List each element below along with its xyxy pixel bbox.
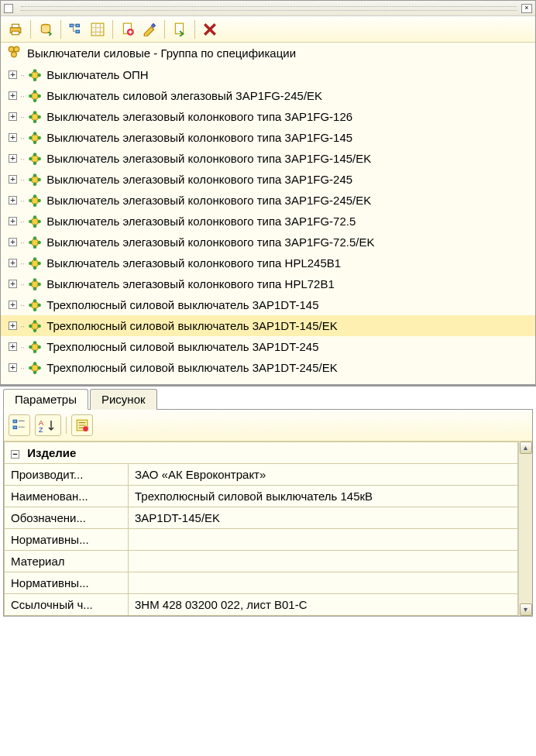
cylinder-refresh-icon <box>39 22 53 36</box>
property-value[interactable]: 3AP1DT-145/EK <box>129 507 518 529</box>
svg-point-73 <box>33 299 37 303</box>
expand-icon[interactable]: + <box>9 196 17 204</box>
toolbar-grid-button[interactable] <box>88 19 108 40</box>
svg-point-64 <box>33 266 37 270</box>
component-icon <box>28 89 42 103</box>
prop-categorized-button[interactable] <box>9 414 30 436</box>
toolbar-add-page-button[interactable] <box>118 19 138 40</box>
tree-item[interactable]: +··Трехполюсный силовой выключатель 3AP1… <box>1 336 535 357</box>
tree-item[interactable]: +··Выключатель элегазовый колонкового ти… <box>1 169 535 190</box>
expand-icon[interactable]: + <box>9 238 17 246</box>
svg-point-12 <box>9 46 14 52</box>
tree-item-label: Выключатель элегазовый колонкового типа … <box>46 235 374 249</box>
svg-point-47 <box>38 198 42 202</box>
expand-icon[interactable]: + <box>9 280 17 288</box>
svg-point-35 <box>32 155 39 162</box>
toolbar-delete-button[interactable] <box>200 19 220 40</box>
property-value[interactable]: ЗАО «АК Евроконтракт» <box>129 464 518 486</box>
tree-item[interactable]: +··Трехполюсный силовой выключатель 3AP1… <box>1 294 535 315</box>
tree-item[interactable]: +··Выключатель элегазовый колонкового ти… <box>1 232 535 253</box>
tree-item[interactable]: +··Выключатель элегазовый колонкового ти… <box>1 127 535 148</box>
expand-icon[interactable]: + <box>9 112 17 121</box>
tree-item[interactable]: +··Выключатель элегазовый колонкового ти… <box>1 148 535 169</box>
tree-item[interactable]: +··Выключатель элегазовый колонкового ти… <box>1 190 535 211</box>
toolbar-refresh-button[interactable] <box>36 19 56 40</box>
property-row[interactable]: Наименован...Трехполюсный силовой выключ… <box>5 486 518 507</box>
scroll-up-button[interactable]: ▴ <box>520 442 532 454</box>
tree-view[interactable]: +··Выключатель ОПН+··Выключатель силовой… <box>1 63 535 384</box>
property-value[interactable] <box>129 572 518 594</box>
expand-icon[interactable]: + <box>9 342 17 351</box>
tab-params[interactable]: Параметры <box>3 389 88 410</box>
property-value[interactable] <box>129 529 518 551</box>
expand-icon[interactable]: + <box>9 133 17 142</box>
scroll-down-button[interactable]: ▾ <box>520 603 532 616</box>
property-value[interactable]: Трехполюсный силовой выключатель 145кВ <box>129 486 518 507</box>
svg-rect-6 <box>76 30 80 33</box>
component-icon <box>28 194 42 208</box>
svg-point-81 <box>29 345 33 349</box>
tree-item-label: Выключатель ОПН <box>46 68 149 81</box>
property-row[interactable]: Ссылочный ч...3НМ 428 03200 022, лист В0… <box>5 594 518 616</box>
tree-item[interactable]: +··Выключатель ОПН <box>1 64 535 85</box>
expand-icon[interactable]: + <box>9 91 17 100</box>
expand-icon[interactable]: + <box>9 217 17 225</box>
component-icon <box>28 215 42 229</box>
expand-icon[interactable]: + <box>9 70 17 79</box>
tree-item-label: Трехполюсный силовой выключатель 3AP1DT-… <box>46 361 338 374</box>
svg-point-80 <box>32 343 39 350</box>
tree-item[interactable]: +··Выключатель элегазовый колонкового ти… <box>1 273 535 294</box>
group-icon <box>7 46 21 60</box>
svg-point-89 <box>33 370 37 374</box>
toolbar-edit-button[interactable] <box>139 19 160 40</box>
prop-sort-button[interactable]: A Z <box>35 414 61 436</box>
expand-icon[interactable]: + <box>9 301 17 309</box>
properties-scrollbar[interactable]: ▴ ▾ <box>518 442 532 616</box>
svg-point-37 <box>38 156 42 160</box>
svg-point-57 <box>38 240 42 244</box>
tree-item[interactable]: +··Выключатель элегазовый колонкового ти… <box>1 211 535 232</box>
expand-icon[interactable]: + <box>9 175 17 184</box>
property-row[interactable]: Нормативны... <box>5 572 518 594</box>
property-row[interactable]: Нормативны... <box>5 529 518 551</box>
svg-point-86 <box>29 366 33 369</box>
property-row[interactable]: Обозначени...3AP1DT-145/EK <box>5 507 518 529</box>
toolbar-tree-button[interactable] <box>66 19 86 40</box>
property-row[interactable]: Производит...ЗАО «АК Евроконтракт» <box>5 464 518 486</box>
expand-icon[interactable]: + <box>9 363 17 372</box>
close-window-button[interactable]: × <box>521 4 532 13</box>
svg-point-52 <box>38 219 42 223</box>
title-bar-drag[interactable] <box>21 6 517 11</box>
tree-item[interactable]: +··Выключатель элегазовый колонкового ти… <box>1 253 535 273</box>
tree-item[interactable]: +··Выключатель силовой элегазовый 3AP1FG… <box>1 85 535 106</box>
toolbar-copy-button[interactable] <box>170 19 190 40</box>
expand-icon[interactable]: + <box>9 154 17 163</box>
property-value[interactable]: 3НМ 428 03200 022, лист В01-С <box>129 594 518 616</box>
properties-section-row[interactable]: − Изделие <box>5 442 518 464</box>
tree-icon <box>69 22 83 36</box>
svg-point-28 <box>33 111 37 115</box>
tree-item[interactable]: +··Трехполюсный силовой выключатель 3AP1… <box>1 357 535 378</box>
expand-icon[interactable]: + <box>9 321 17 330</box>
svg-point-46 <box>29 198 33 202</box>
svg-point-71 <box>29 303 33 307</box>
tree-connector: ·· <box>20 342 25 352</box>
expand-icon[interactable]: + <box>9 259 17 267</box>
tree-item[interactable]: +··Трехполюсный силовой выключатель 3AP1… <box>1 315 535 336</box>
svg-point-29 <box>33 119 37 123</box>
property-row[interactable]: Материал <box>5 551 518 572</box>
prop-props-page-button[interactable] <box>71 414 93 436</box>
svg-point-33 <box>33 132 37 136</box>
svg-point-53 <box>33 215 37 219</box>
properties-grid[interactable]: − Изделие Производит...ЗАО «АК Евроконтр… <box>4 442 518 616</box>
property-value[interactable] <box>129 551 518 572</box>
component-icon <box>28 361 42 375</box>
tab-picture[interactable]: Рисунок <box>90 389 157 410</box>
tree-connector: ·· <box>20 280 25 289</box>
section-collapse-icon[interactable]: − <box>11 450 19 459</box>
toolbar-separator <box>112 20 113 39</box>
svg-rect-1 <box>12 24 19 28</box>
svg-point-74 <box>33 308 37 311</box>
toolbar-print-button[interactable] <box>5 19 26 40</box>
tree-item[interactable]: +··Выключатель элегазовый колонкового ти… <box>1 106 535 127</box>
